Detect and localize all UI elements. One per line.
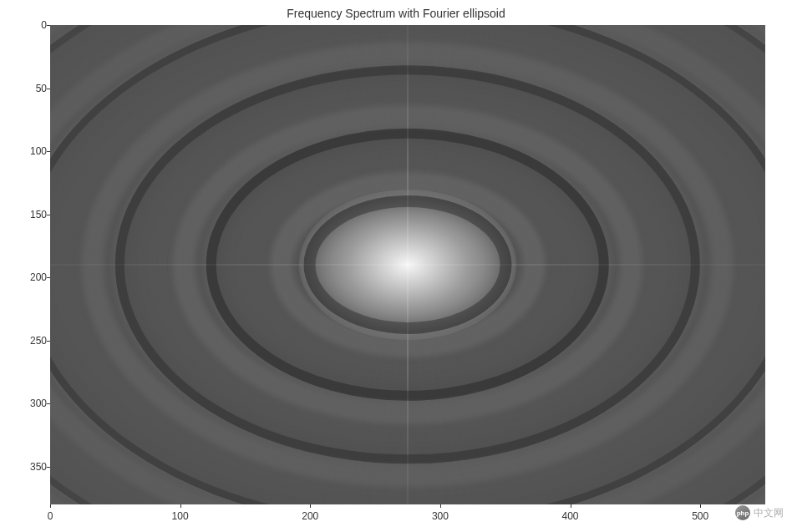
y-tick-label: 100 bbox=[17, 145, 47, 157]
y-axis: 050100150200250300350 bbox=[17, 25, 47, 504]
y-tick-mark bbox=[47, 89, 50, 89]
y-tick-label: 150 bbox=[17, 209, 47, 220]
x-tick-label: 300 bbox=[432, 510, 449, 522]
x-tick-label: 400 bbox=[562, 510, 579, 522]
y-tick-mark bbox=[47, 25, 50, 26]
x-axis: 0100200300400500 bbox=[50, 505, 765, 522]
x-tick-mark bbox=[571, 504, 571, 508]
x-tick-mark bbox=[180, 504, 181, 508]
x-tick-label: 0 bbox=[48, 510, 53, 522]
y-tick-label: 350 bbox=[17, 461, 47, 473]
y-tick-mark bbox=[47, 215, 50, 215]
y-tick-mark bbox=[47, 277, 50, 278]
y-tick-mark bbox=[47, 151, 50, 152]
y-tick-label: 300 bbox=[17, 398, 47, 409]
x-tick-label: 200 bbox=[302, 510, 318, 522]
watermark-logo-icon: php bbox=[735, 505, 750, 520]
x-tick-label: 100 bbox=[172, 510, 189, 522]
x-tick-label: 500 bbox=[692, 510, 708, 522]
x-tick-mark bbox=[700, 504, 701, 508]
x-tick-mark bbox=[50, 504, 51, 508]
spectrum-band bbox=[50, 25, 765, 504]
y-tick-mark bbox=[47, 467, 50, 468]
y-tick-label: 0 bbox=[17, 19, 47, 31]
plot-area bbox=[50, 25, 765, 504]
y-tick-label: 250 bbox=[17, 335, 47, 347]
watermark: php 中文网 bbox=[735, 505, 784, 520]
chart-container: Frequency Spectrum with Fourier ellipsoi… bbox=[0, 0, 792, 532]
y-tick-label: 200 bbox=[17, 271, 47, 283]
x-tick-mark bbox=[440, 504, 441, 508]
y-tick-label: 50 bbox=[17, 83, 47, 94]
chart-title: Frequency Spectrum with Fourier ellipsoi… bbox=[0, 7, 792, 20]
x-tick-mark bbox=[310, 504, 311, 508]
y-tick-mark bbox=[47, 341, 50, 342]
watermark-label: 中文网 bbox=[754, 506, 784, 520]
y-tick-mark bbox=[47, 403, 50, 404]
